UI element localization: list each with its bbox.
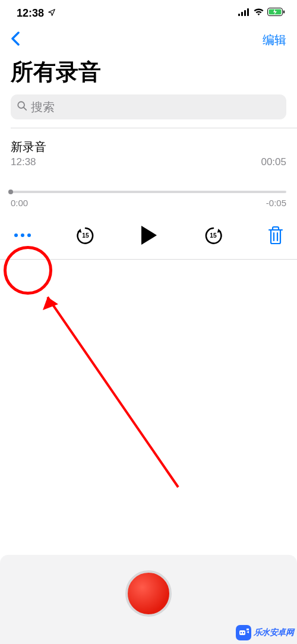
recording-duration: 00:05 (261, 156, 286, 168)
watermark-badge-icon (236, 625, 251, 640)
scrubber-track[interactable] (11, 191, 286, 193)
svg-rect-12 (239, 630, 245, 635)
skip-back-button[interactable]: 15 (75, 225, 96, 245)
nav-bar: 编辑 (0, 26, 297, 53)
scrubber-thumb[interactable] (8, 190, 13, 194)
svg-point-14 (242, 632, 244, 633)
page-title: 所有录音 (0, 57, 297, 87)
svg-point-7 (18, 102, 24, 108)
recording-item[interactable]: 新录音 12:38 00:05 (0, 128, 297, 168)
svg-line-8 (24, 108, 26, 110)
svg-rect-6 (283, 11, 285, 14)
delete-button[interactable] (267, 226, 284, 245)
search-container: 搜索 (0, 87, 297, 128)
elapsed-time: 0:00 (11, 198, 28, 208)
skip-forward-icon: 15 (203, 225, 223, 245)
divider (0, 259, 297, 260)
status-left: 12:38 (17, 7, 56, 20)
cellular-icon (238, 8, 250, 18)
remaining-time: -0:05 (266, 198, 286, 208)
more-icon (14, 233, 31, 237)
recording-title: 新录音 (11, 139, 286, 155)
search-placeholder: 搜索 (31, 99, 55, 115)
trash-icon (267, 226, 284, 245)
search-icon (17, 100, 27, 114)
recording-meta: 12:38 00:05 (11, 156, 286, 168)
more-options-button[interactable] (14, 233, 31, 237)
svg-text:15: 15 (82, 232, 89, 239)
svg-text:15: 15 (210, 232, 217, 239)
status-time: 12:38 (17, 7, 44, 20)
watermark: 乐水安卓网 (236, 625, 294, 640)
play-button[interactable] (140, 225, 159, 246)
annotation-arrow (30, 273, 196, 499)
record-button[interactable] (125, 570, 172, 617)
svg-rect-3 (247, 8, 249, 16)
back-button[interactable] (11, 31, 20, 49)
scrubber[interactable]: 0:00 -0:05 (0, 168, 297, 211)
scrubber-labels: 0:00 -0:05 (11, 198, 286, 208)
svg-line-11 (48, 297, 178, 487)
status-bar: 12:38 (0, 0, 297, 26)
skip-back-icon: 15 (75, 225, 96, 245)
wifi-icon (253, 8, 264, 18)
svg-rect-1 (241, 12, 243, 16)
svg-rect-2 (244, 10, 246, 16)
svg-rect-0 (238, 14, 240, 16)
recording-time: 12:38 (11, 156, 36, 168)
playback-controls: 15 15 (0, 211, 297, 259)
battery-icon (267, 8, 285, 18)
status-right (238, 8, 285, 18)
skip-forward-button[interactable]: 15 (203, 225, 223, 245)
play-icon (140, 225, 159, 246)
edit-button[interactable]: 编辑 (263, 32, 286, 48)
watermark-text: 乐水安卓网 (254, 627, 294, 638)
svg-point-13 (240, 632, 241, 633)
location-icon (48, 7, 56, 20)
search-input[interactable]: 搜索 (11, 94, 286, 119)
